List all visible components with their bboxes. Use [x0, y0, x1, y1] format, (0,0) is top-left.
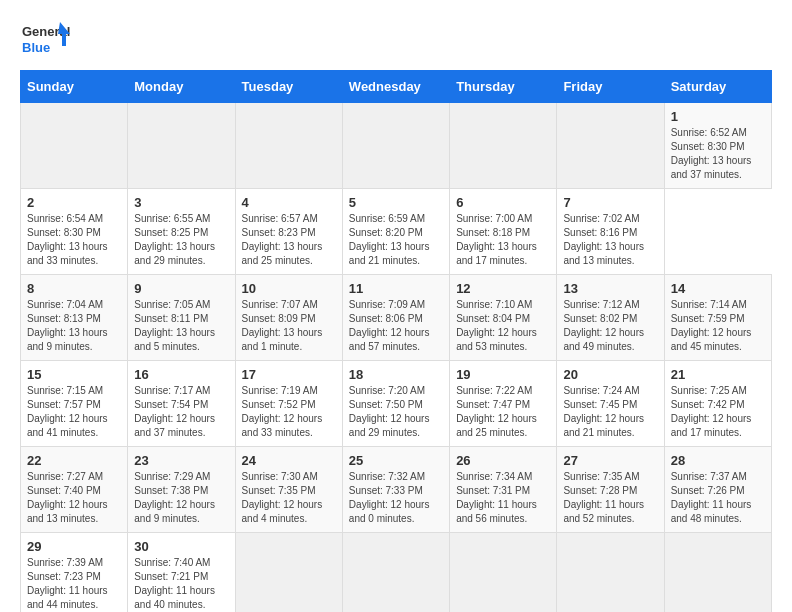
day-number: 18 [349, 367, 443, 382]
calendar-body: 1Sunrise: 6:52 AMSunset: 8:30 PMDaylight… [21, 103, 772, 613]
header-row: SundayMondayTuesdayWednesdayThursdayFrid… [21, 71, 772, 103]
day-info: Sunrise: 6:57 AMSunset: 8:23 PMDaylight:… [242, 213, 323, 266]
day-info: Sunrise: 7:02 AMSunset: 8:16 PMDaylight:… [563, 213, 644, 266]
day-info: Sunrise: 7:39 AMSunset: 7:23 PMDaylight:… [27, 557, 108, 610]
day-info: Sunrise: 7:17 AMSunset: 7:54 PMDaylight:… [134, 385, 215, 438]
day-info: Sunrise: 7:34 AMSunset: 7:31 PMDaylight:… [456, 471, 537, 524]
calendar-header: SundayMondayTuesdayWednesdayThursdayFrid… [21, 71, 772, 103]
empty-cell [235, 103, 342, 189]
day-cell-9: 9Sunrise: 7:05 AMSunset: 8:11 PMDaylight… [128, 275, 235, 361]
day-number: 4 [242, 195, 336, 210]
day-number: 30 [134, 539, 228, 554]
day-info: Sunrise: 7:05 AMSunset: 8:11 PMDaylight:… [134, 299, 215, 352]
day-cell-10: 10Sunrise: 7:07 AMSunset: 8:09 PMDayligh… [235, 275, 342, 361]
day-number: 5 [349, 195, 443, 210]
day-number: 10 [242, 281, 336, 296]
day-info: Sunrise: 7:07 AMSunset: 8:09 PMDaylight:… [242, 299, 323, 352]
day-info: Sunrise: 7:29 AMSunset: 7:38 PMDaylight:… [134, 471, 215, 524]
day-cell-21: 21Sunrise: 7:25 AMSunset: 7:42 PMDayligh… [664, 361, 771, 447]
header-day-tuesday: Tuesday [235, 71, 342, 103]
day-info: Sunrise: 6:59 AMSunset: 8:20 PMDaylight:… [349, 213, 430, 266]
empty-cell [342, 103, 449, 189]
calendar-table: SundayMondayTuesdayWednesdayThursdayFrid… [20, 70, 772, 612]
header-day-wednesday: Wednesday [342, 71, 449, 103]
day-info: Sunrise: 7:25 AMSunset: 7:42 PMDaylight:… [671, 385, 752, 438]
empty-cell [664, 533, 771, 613]
logo-svg: General Blue [20, 20, 70, 60]
day-number: 27 [563, 453, 657, 468]
day-number: 6 [456, 195, 550, 210]
day-cell-29: 29Sunrise: 7:39 AMSunset: 7:23 PMDayligh… [21, 533, 128, 613]
day-info: Sunrise: 7:27 AMSunset: 7:40 PMDaylight:… [27, 471, 108, 524]
day-cell-25: 25Sunrise: 7:32 AMSunset: 7:33 PMDayligh… [342, 447, 449, 533]
day-cell-23: 23Sunrise: 7:29 AMSunset: 7:38 PMDayligh… [128, 447, 235, 533]
day-cell-1: 1Sunrise: 6:52 AMSunset: 8:30 PMDaylight… [664, 103, 771, 189]
day-number: 7 [563, 195, 657, 210]
day-number: 14 [671, 281, 765, 296]
day-cell-22: 22Sunrise: 7:27 AMSunset: 7:40 PMDayligh… [21, 447, 128, 533]
week-row-4: 15Sunrise: 7:15 AMSunset: 7:57 PMDayligh… [21, 361, 772, 447]
day-number: 13 [563, 281, 657, 296]
day-cell-3: 3Sunrise: 6:55 AMSunset: 8:25 PMDaylight… [128, 189, 235, 275]
day-number: 3 [134, 195, 228, 210]
day-cell-28: 28Sunrise: 7:37 AMSunset: 7:26 PMDayligh… [664, 447, 771, 533]
header-day-saturday: Saturday [664, 71, 771, 103]
day-number: 23 [134, 453, 228, 468]
day-number: 2 [27, 195, 121, 210]
day-cell-8: 8Sunrise: 7:04 AMSunset: 8:13 PMDaylight… [21, 275, 128, 361]
svg-text:Blue: Blue [22, 40, 50, 55]
day-cell-5: 5Sunrise: 6:59 AMSunset: 8:20 PMDaylight… [342, 189, 449, 275]
day-info: Sunrise: 7:24 AMSunset: 7:45 PMDaylight:… [563, 385, 644, 438]
day-info: Sunrise: 7:10 AMSunset: 8:04 PMDaylight:… [456, 299, 537, 352]
day-cell-19: 19Sunrise: 7:22 AMSunset: 7:47 PMDayligh… [450, 361, 557, 447]
day-info: Sunrise: 7:19 AMSunset: 7:52 PMDaylight:… [242, 385, 323, 438]
header: General Blue [20, 20, 772, 60]
day-number: 17 [242, 367, 336, 382]
day-cell-11: 11Sunrise: 7:09 AMSunset: 8:06 PMDayligh… [342, 275, 449, 361]
day-cell-2: 2Sunrise: 6:54 AMSunset: 8:30 PMDaylight… [21, 189, 128, 275]
day-cell-7: 7Sunrise: 7:02 AMSunset: 8:16 PMDaylight… [557, 189, 664, 275]
empty-cell [557, 533, 664, 613]
day-info: Sunrise: 7:20 AMSunset: 7:50 PMDaylight:… [349, 385, 430, 438]
header-day-thursday: Thursday [450, 71, 557, 103]
week-row-6: 29Sunrise: 7:39 AMSunset: 7:23 PMDayligh… [21, 533, 772, 613]
day-number: 21 [671, 367, 765, 382]
day-info: Sunrise: 6:52 AMSunset: 8:30 PMDaylight:… [671, 127, 752, 180]
day-cell-16: 16Sunrise: 7:17 AMSunset: 7:54 PMDayligh… [128, 361, 235, 447]
day-info: Sunrise: 7:09 AMSunset: 8:06 PMDaylight:… [349, 299, 430, 352]
day-info: Sunrise: 7:32 AMSunset: 7:33 PMDaylight:… [349, 471, 430, 524]
day-number: 29 [27, 539, 121, 554]
week-row-1: 1Sunrise: 6:52 AMSunset: 8:30 PMDaylight… [21, 103, 772, 189]
empty-cell [235, 533, 342, 613]
day-number: 1 [671, 109, 765, 124]
day-number: 19 [456, 367, 550, 382]
day-cell-12: 12Sunrise: 7:10 AMSunset: 8:04 PMDayligh… [450, 275, 557, 361]
day-number: 20 [563, 367, 657, 382]
day-info: Sunrise: 7:30 AMSunset: 7:35 PMDaylight:… [242, 471, 323, 524]
day-info: Sunrise: 7:12 AMSunset: 8:02 PMDaylight:… [563, 299, 644, 352]
header-day-friday: Friday [557, 71, 664, 103]
empty-cell [21, 103, 128, 189]
empty-cell [450, 103, 557, 189]
day-info: Sunrise: 7:15 AMSunset: 7:57 PMDaylight:… [27, 385, 108, 438]
day-info: Sunrise: 7:00 AMSunset: 8:18 PMDaylight:… [456, 213, 537, 266]
day-info: Sunrise: 7:40 AMSunset: 7:21 PMDaylight:… [134, 557, 215, 610]
day-number: 28 [671, 453, 765, 468]
day-number: 26 [456, 453, 550, 468]
day-cell-24: 24Sunrise: 7:30 AMSunset: 7:35 PMDayligh… [235, 447, 342, 533]
week-row-3: 8Sunrise: 7:04 AMSunset: 8:13 PMDaylight… [21, 275, 772, 361]
day-cell-17: 17Sunrise: 7:19 AMSunset: 7:52 PMDayligh… [235, 361, 342, 447]
logo: General Blue [20, 20, 70, 60]
day-number: 24 [242, 453, 336, 468]
empty-cell [342, 533, 449, 613]
day-cell-26: 26Sunrise: 7:34 AMSunset: 7:31 PMDayligh… [450, 447, 557, 533]
day-number: 15 [27, 367, 121, 382]
day-number: 11 [349, 281, 443, 296]
day-number: 22 [27, 453, 121, 468]
empty-cell [557, 103, 664, 189]
day-number: 12 [456, 281, 550, 296]
day-info: Sunrise: 7:22 AMSunset: 7:47 PMDaylight:… [456, 385, 537, 438]
day-cell-20: 20Sunrise: 7:24 AMSunset: 7:45 PMDayligh… [557, 361, 664, 447]
day-cell-6: 6Sunrise: 7:00 AMSunset: 8:18 PMDaylight… [450, 189, 557, 275]
day-info: Sunrise: 6:55 AMSunset: 8:25 PMDaylight:… [134, 213, 215, 266]
